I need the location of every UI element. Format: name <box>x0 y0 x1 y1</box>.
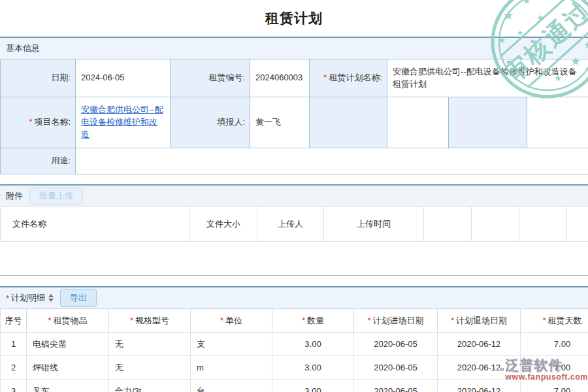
plan-name-label: 租赁计划名称: <box>329 73 382 82</box>
empty-value-cell <box>527 97 588 148</box>
required-marker: * <box>6 293 9 303</box>
plan-cell: 2020-06-12 <box>438 333 521 356</box>
attachments-col-6 <box>519 207 567 242</box>
plan-cell: 2 <box>1 356 27 380</box>
plan-name-value-cell: 安徽合肥供电公司--配电设备检修维护和改造设备租赁计划 <box>387 59 588 97</box>
plan-cell: 叉车 <box>27 380 109 392</box>
date-value-cell: 2024-06-05 <box>76 59 171 97</box>
project-label-cell: *项目名称: <box>1 97 76 148</box>
plan-col-2: *规格型号 <box>109 309 191 333</box>
plan-row-2[interactable]: 2焊钳线无m3.002020-06-052020-06-127.00 <box>1 356 588 380</box>
date-value: 2024-06-05 <box>81 73 125 82</box>
required-marker: * <box>302 316 305 325</box>
plan-col-0: 序号 <box>1 309 27 333</box>
plan-cell: m <box>191 356 272 380</box>
sort-toggle-icon[interactable] <box>48 294 54 302</box>
attachments-section-header: 附件 批量上传 <box>0 184 588 206</box>
purpose-label-cell: 用途: <box>1 148 76 174</box>
date-label-cell: 日期: <box>1 59 76 97</box>
rental-no-label-cell: 租赁编号: <box>171 59 250 97</box>
plan-details-section-header: * 计划明细 导出 <box>0 286 588 308</box>
plan-col-3: *单位 <box>191 309 272 333</box>
required-marker: * <box>323 73 327 82</box>
plan-cell: 2020-06-05 <box>354 380 438 392</box>
plan-cell: 台 <box>191 380 272 392</box>
plan-col-7: *租赁天数 <box>521 309 588 333</box>
plan-cell: 2020-06-12 <box>438 356 521 380</box>
required-marker: * <box>29 117 32 127</box>
project-label: 项目名称: <box>34 117 71 127</box>
rental-no-value: 2024060003 <box>255 73 302 82</box>
empty-label-cell <box>449 97 527 148</box>
plan-name-value: 安徽合肥供电公司--配电设备检修维护和改造设备租赁计划 <box>393 67 577 89</box>
rental-no-label: 租赁编号: <box>208 73 245 82</box>
attachments-table: 文件名称文件大小上传人上传时间 <box>0 206 588 242</box>
required-marker: * <box>130 316 133 325</box>
export-button[interactable]: 导出 <box>60 289 97 307</box>
page-title: 租赁计划 <box>265 9 323 27</box>
plan-col-6: *计划退场日期 <box>438 309 521 333</box>
attachments-col-0: 文件名称 <box>1 207 190 242</box>
plan-cell: 3 <box>1 380 27 392</box>
attachments-header-row: 文件名称文件大小上传人上传时间 <box>1 207 588 242</box>
attachments-table-wrap: 文件名称文件大小上传人上传时间 <box>0 206 588 276</box>
required-marker: * <box>48 316 51 325</box>
plan-cell: 7.00 <box>521 380 588 392</box>
plan-row-3[interactable]: 3叉车合力/3t台3.002020-06-052020-06-127.00 <box>1 380 588 392</box>
plan-cell: 3.00 <box>272 333 354 356</box>
reporter-label: 填报人: <box>217 117 245 127</box>
basic-info-section-header: 基本信息 <box>0 37 588 59</box>
reporter-label-cell: 填报人: <box>171 97 250 148</box>
attachments-section-title: 附件 <box>6 190 23 202</box>
required-marker: * <box>451 316 454 325</box>
plan-col-4: *数量 <box>272 309 354 333</box>
attachments-col-2: 上传人 <box>257 207 324 242</box>
plan-cell: 2020-06-12 <box>438 380 521 392</box>
plan-cell: 无 <box>109 333 191 356</box>
purpose-label: 用途: <box>51 155 71 165</box>
plan-col-1: *租赁物品 <box>27 309 109 333</box>
reporter-value-cell: 黄一飞 <box>250 97 310 148</box>
plan-cell: 1 <box>1 333 27 356</box>
rental-no-value-cell: 2024060003 <box>250 59 310 97</box>
empty-label-cell <box>310 97 387 148</box>
attachments-col-5 <box>472 207 519 242</box>
plan-name-label-cell: *租赁计划名称: <box>310 59 387 97</box>
plan-cell: 无 <box>109 356 191 380</box>
plan-cell: 支 <box>191 333 272 356</box>
batch-upload-button[interactable]: 批量上传 <box>29 187 83 205</box>
attachments-col-4 <box>424 207 472 242</box>
reporter-value: 黄一飞 <box>255 117 281 127</box>
plan-cell: 合力/3t <box>109 380 191 392</box>
basic-info-section-title: 基本信息 <box>6 42 40 54</box>
plan-cell: 3.00 <box>272 380 354 392</box>
project-value-cell: 安徽合肥供电公司--配电设备检修维护和改造 <box>76 97 171 148</box>
plan-cell: 焊钳线 <box>27 356 109 380</box>
title-bar: 租赁计划 <box>0 0 588 37</box>
plan-row-1[interactable]: 1电镐尖凿无支3.002020-06-052020-06-127.00 <box>1 333 588 356</box>
plan-header-row: 序号*租赁物品*规格型号*单位*数量*计划进场日期*计划退场日期*租赁天数 <box>1 309 588 333</box>
plan-cell: 电镐尖凿 <box>27 333 109 356</box>
plan-cell: 7.00 <box>521 356 588 380</box>
required-marker: * <box>367 316 370 325</box>
purpose-value-cell <box>76 148 588 174</box>
attachments-empty-body <box>0 242 588 275</box>
plan-cell: 2020-06-05 <box>354 356 438 380</box>
required-marker: * <box>542 316 546 325</box>
plan-col-5: *计划进场日期 <box>354 309 438 333</box>
plan-cell: 3.00 <box>272 356 354 380</box>
required-marker: * <box>220 316 223 325</box>
plan-details-section-title: 计划明细 <box>11 292 45 304</box>
plan-cell: 7.00 <box>521 333 588 356</box>
project-name-link[interactable]: 安徽合肥供电公司--配电设备检修维护和改造 <box>81 105 163 139</box>
plan-details-table: 序号*租赁物品*规格型号*单位*数量*计划进场日期*计划退场日期*租赁天数 1电… <box>0 308 588 392</box>
attachments-col-1: 文件大小 <box>190 207 257 242</box>
attachments-col-7 <box>567 207 588 242</box>
date-label: 日期: <box>51 73 71 82</box>
basic-info-form: 日期: 2024-06-05 租赁编号: 2024060003 *租赁计划名称:… <box>0 59 588 174</box>
attachments-col-3: 上传时间 <box>324 207 424 242</box>
empty-value-cell <box>387 97 449 148</box>
plan-cell: 2020-06-05 <box>354 333 438 356</box>
